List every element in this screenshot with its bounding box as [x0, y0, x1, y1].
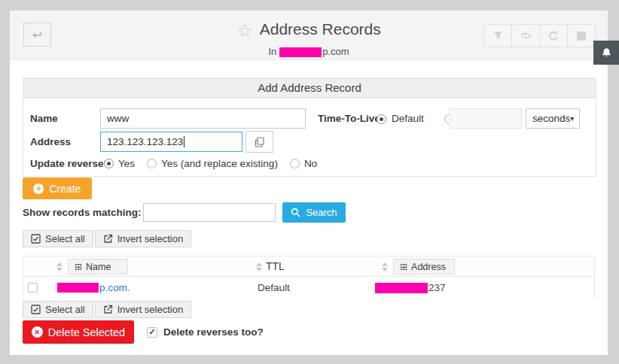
delete-reverses-option: ✓ Delete reverses too?	[147, 326, 264, 338]
main-window: ↩ ☆Address Records Inp.com	[10, 11, 608, 355]
copy-icon	[255, 137, 264, 147]
name-column-label: Name	[86, 262, 111, 272]
refresh-button[interactable]	[539, 24, 568, 47]
invert-selection-button[interactable]: Invert selection	[95, 230, 191, 247]
ttl-unit-select[interactable]: seconds ▾	[526, 108, 580, 129]
ttl-label: Time-To-Live	[318, 108, 380, 129]
copy-button[interactable]	[245, 131, 273, 153]
ttl-unit-value: seconds	[532, 113, 570, 124]
selection-controls-top: Select all Invert selection	[23, 230, 191, 247]
search-icon	[291, 208, 300, 217]
address-column-button[interactable]: ⊞ Address	[393, 259, 455, 275]
stop-button[interactable]	[567, 24, 596, 47]
search-button-label: Search	[306, 207, 337, 218]
repeat-button[interactable]	[511, 24, 540, 47]
chevron-down-icon: ▾	[570, 114, 574, 123]
radio-yes[interactable]	[104, 159, 114, 168]
ttl-column-label: TTL	[266, 256, 285, 277]
invert-selection-icon	[103, 234, 113, 244]
address-value: 123.123.123.123	[107, 136, 183, 147]
sort-address-icon[interactable]	[382, 262, 388, 271]
repeat-icon	[520, 31, 532, 41]
redacted-record-name	[57, 283, 99, 293]
search-label: Show records matching:	[23, 207, 142, 218]
panel-body: Name Time-To-Live Default seconds ▾ Addr…	[23, 99, 596, 176]
select-all-button-bottom[interactable]: Select all	[23, 301, 93, 318]
screen: ↩ ☆Address Records Inp.com	[0, 0, 619, 364]
invert-selection-label: Invert selection	[117, 233, 183, 244]
search-input[interactable]	[143, 203, 276, 222]
address-column-label: Address	[411, 262, 446, 272]
filter-button[interactable]	[483, 24, 512, 47]
table-row: p.com. Default 237	[23, 278, 594, 298]
delete-reverses-checkbox[interactable]: ✓	[147, 327, 157, 338]
bell-icon	[601, 47, 612, 59]
radio-yes-replace[interactable]	[147, 159, 157, 168]
record-address: 237	[428, 278, 446, 298]
delete-selected-label: Delete Selected	[48, 326, 125, 338]
update-reverse-options: Yes Yes (and replace existing) No	[104, 156, 317, 171]
radio-yes-replace-label: Yes (and replace existing)	[161, 158, 278, 169]
select-all-icon	[31, 305, 41, 314]
header-toolbar	[484, 24, 596, 47]
page-subtitle: Inp.com	[10, 46, 608, 57]
record-name-link[interactable]: p.com.	[99, 278, 130, 298]
stop-icon	[577, 32, 586, 41]
select-all-label: Select all	[45, 233, 85, 244]
add-record-panel: Add Address Record Name Time-To-Live Def…	[23, 77, 596, 177]
table-header: ⊞ Name TTL ⊞ Address	[23, 256, 594, 277]
notifications-tab[interactable]	[593, 41, 619, 65]
page-header: ↩ ☆Address Records Inp.com	[10, 11, 608, 60]
redacted-domain	[279, 47, 322, 57]
page-title: Address Records	[260, 20, 381, 38]
address-input[interactable]: 123.123.123.123	[100, 132, 242, 152]
delete-selected-button[interactable]: ✕ Delete Selected	[23, 320, 134, 344]
radio-no-label: No	[304, 158, 317, 169]
record-ttl: Default	[258, 278, 290, 298]
name-column-button[interactable]: ⊞ Name	[68, 259, 128, 275]
delete-reverses-label: Delete reverses too?	[163, 326, 264, 338]
create-button-label: Create	[49, 183, 81, 195]
plus-box-icon: ⊞	[400, 262, 407, 272]
radio-no[interactable]	[290, 159, 300, 168]
refresh-icon	[548, 31, 559, 41]
invert-selection-button-bottom[interactable]: Invert selection	[95, 301, 191, 318]
name-label: Name	[30, 108, 58, 129]
select-all-button[interactable]: Select all	[23, 230, 93, 247]
create-button[interactable]: + Create	[23, 177, 92, 199]
row-checkbox[interactable]	[28, 283, 38, 293]
filter-icon	[493, 31, 503, 41]
radio-yes-label: Yes	[118, 158, 135, 169]
address-label: Address	[30, 132, 71, 152]
sort-ttl-icon[interactable]	[256, 262, 262, 271]
update-reverse-label: Update reverse?	[30, 158, 110, 169]
update-option-yes-replace[interactable]: Yes (and replace existing)	[147, 158, 278, 169]
invert-selection-label: Invert selection	[117, 304, 183, 315]
redacted-record-address	[375, 283, 428, 293]
select-all-label: Select all	[45, 304, 85, 315]
records-table: ⊞ Name TTL ⊞ Address p.com. Default 237	[23, 256, 595, 298]
subtitle-prefix: In	[268, 46, 276, 57]
search-button[interactable]: Search	[282, 202, 346, 223]
subtitle-suffix: p.com	[322, 46, 349, 57]
star-icon[interactable]: ☆	[236, 20, 253, 41]
update-option-yes[interactable]: Yes	[104, 158, 135, 169]
ttl-custom-input[interactable]	[450, 108, 522, 129]
text-caret	[184, 136, 184, 147]
name-input[interactable]	[100, 108, 306, 129]
ttl-default-label: Default	[392, 108, 424, 129]
invert-selection-icon	[103, 305, 113, 314]
plus-circle-icon: +	[33, 184, 44, 194]
selection-controls-bottom: Select all Invert selection	[23, 301, 191, 318]
update-option-no[interactable]: No	[290, 158, 317, 169]
plus-box-icon: ⊞	[75, 262, 82, 272]
times-circle-icon: ✕	[32, 326, 43, 338]
panel-title: Add Address Record	[23, 78, 596, 99]
select-all-icon	[31, 234, 41, 244]
sort-name-icon[interactable]	[56, 262, 63, 271]
ttl-default-radio[interactable]	[377, 114, 386, 124]
